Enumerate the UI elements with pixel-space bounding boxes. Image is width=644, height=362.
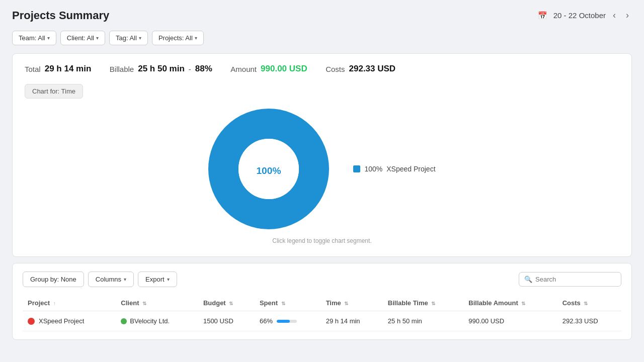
search-box: 🔍 xyxy=(519,272,621,287)
col-billable-amount: Billable Amount ⇅ xyxy=(463,295,557,311)
legend-color-box xyxy=(353,165,360,172)
project-color-dot xyxy=(28,318,35,325)
chevron-down-icon: ▾ xyxy=(139,35,141,41)
filters-bar: Team: All ▾ Client: All ▾ Tag: All ▾ Pro… xyxy=(12,31,632,45)
sort-icon: ⇅ xyxy=(521,301,525,306)
sort-icon: ⇅ xyxy=(344,301,348,306)
billable-value: 25 h 50 min xyxy=(138,64,185,74)
col-budget: Budget ⇅ xyxy=(198,295,255,311)
page-header: Projects Summary 📅 20 - 22 October ‹ › xyxy=(12,8,632,23)
col-spent: Spent ⇅ xyxy=(255,295,321,311)
total-label: Total xyxy=(25,65,41,73)
data-table: Project ↑ Client ⇅ Budget ⇅ Spent ⇅ xyxy=(23,295,621,331)
col-client: Client ⇅ xyxy=(116,295,198,311)
total-value: 29 h 14 min xyxy=(45,64,92,74)
sort-icon: ⇅ xyxy=(431,301,435,306)
chevron-down-icon: ▾ xyxy=(167,277,170,282)
sort-icon: ↑ xyxy=(53,301,56,306)
chevron-down-icon: ▾ xyxy=(124,277,126,282)
chart-legend: 100% XSpeed Project xyxy=(353,165,435,173)
client-color-dot xyxy=(121,318,127,324)
date-nav: 📅 20 - 22 October ‹ › xyxy=(538,8,632,23)
budget-bar-fill xyxy=(277,320,290,323)
date-range: 20 - 22 October xyxy=(553,11,606,20)
separator xyxy=(97,65,104,73)
export-button[interactable]: Export ▾ xyxy=(138,272,177,287)
sort-icon: ⇅ xyxy=(229,301,233,306)
client-cell: BVelocity Ltd. xyxy=(116,311,198,331)
separator2 xyxy=(218,65,225,73)
next-date-button[interactable]: › xyxy=(623,8,632,23)
separator3 xyxy=(313,65,320,73)
table-toolbar: Group by: None Columns ▾ Export ▾ 🔍 xyxy=(23,272,621,287)
group-by-button[interactable]: Group by: None xyxy=(23,272,84,287)
table-header-row: Project ↑ Client ⇅ Budget ⇅ Spent ⇅ xyxy=(23,295,621,311)
sort-icon: ⇅ xyxy=(281,301,285,306)
legend-item[interactable]: 100% XSpeed Project xyxy=(353,165,435,173)
dash: - xyxy=(189,65,191,73)
chart-area: Chart for: Time 100% 100% xyxy=(25,84,619,246)
client-filter[interactable]: Client: All ▾ xyxy=(60,31,105,45)
spent-cell: 66% xyxy=(255,311,321,331)
budget-cell: 1500 USD xyxy=(198,311,255,331)
prev-date-button[interactable]: ‹ xyxy=(610,8,619,23)
budget-bar-track xyxy=(277,320,297,323)
amount-label: Amount xyxy=(230,65,257,73)
search-icon: 🔍 xyxy=(524,276,532,283)
time-cell: 29 h 14 min xyxy=(321,311,383,331)
calendar-icon: 📅 xyxy=(538,11,547,20)
columns-button[interactable]: Columns ▾ xyxy=(88,272,134,287)
billable-amount-cell: 990.00 USD xyxy=(463,311,557,331)
sort-icon: ⇅ xyxy=(584,301,588,306)
chart-container: 100% 100% XSpeed Project xyxy=(25,109,619,229)
costs-label: Costs xyxy=(326,65,345,73)
col-project: Project ↑ xyxy=(23,295,116,311)
page-title: Projects Summary xyxy=(12,9,109,22)
svg-text:100%: 100% xyxy=(257,165,281,176)
chart-for-button[interactable]: Chart for: Time xyxy=(25,84,83,99)
table-card: Group by: None Columns ▾ Export ▾ 🔍 Proj… xyxy=(12,263,632,340)
client-name: BVelocity Ltd. xyxy=(130,317,170,325)
chevron-down-icon: ▾ xyxy=(195,35,197,41)
table-row: XSpeed Project BVelocity Ltd. 1500 USD 6… xyxy=(23,311,621,331)
chart-hint: Click legend to toggle chart segment. xyxy=(272,237,371,244)
costs-value: 292.33 USD xyxy=(349,64,396,74)
sort-icon: ⇅ xyxy=(142,301,146,306)
costs-cell: 292.33 USD xyxy=(557,311,621,331)
chevron-down-icon: ▾ xyxy=(47,35,50,41)
team-filter[interactable]: Team: All ▾ xyxy=(12,31,56,45)
col-costs: Costs ⇅ xyxy=(557,295,621,311)
legend-name: XSpeed Project xyxy=(386,165,435,173)
legend-pct: 100% xyxy=(364,165,382,173)
chevron-down-icon: ▾ xyxy=(96,35,99,41)
col-billable-time: Billable Time ⇅ xyxy=(383,295,464,311)
col-time: Time ⇅ xyxy=(321,295,383,311)
summary-stats: Total 29 h 14 min Billable 25 h 50 min -… xyxy=(25,64,619,74)
spent-pct: 66% xyxy=(260,317,273,325)
billable-label: Billable xyxy=(110,65,134,73)
billable-time-cell: 25 h 50 min xyxy=(383,311,464,331)
billable-pct: 88% xyxy=(195,64,212,74)
summary-card: Total 29 h 14 min Billable 25 h 50 min -… xyxy=(12,53,632,257)
projects-filter[interactable]: Projects: All ▾ xyxy=(152,31,204,45)
amount-value: 990.00 USD xyxy=(261,64,307,74)
project-cell: XSpeed Project xyxy=(23,311,116,331)
project-name: XSpeed Project xyxy=(39,317,84,325)
donut-chart: 100% xyxy=(208,109,329,229)
search-input[interactable] xyxy=(535,276,616,283)
tag-filter[interactable]: Tag: All ▾ xyxy=(109,31,148,45)
